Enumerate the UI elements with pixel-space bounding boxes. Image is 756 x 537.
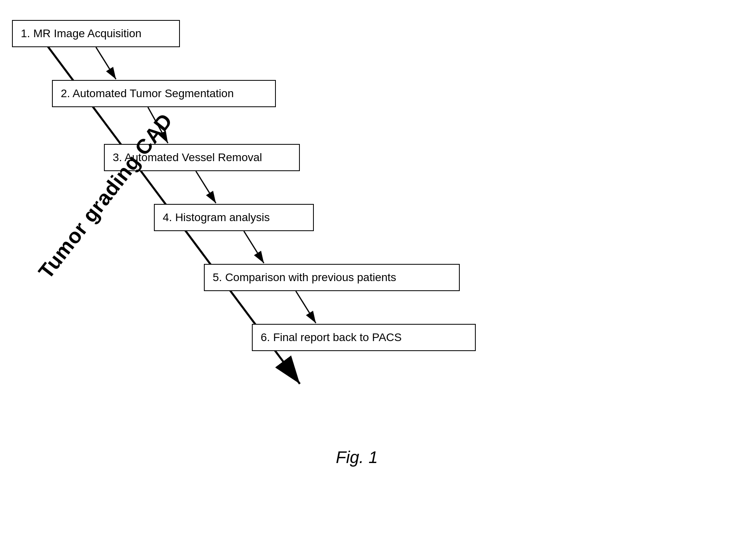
diagonal-label: Tumor grading CAD (34, 109, 177, 283)
step4-label: 4. Histogram analysis (163, 211, 270, 224)
step4-box: 4. Histogram analysis (154, 204, 314, 231)
step2-label: 2. Automated Tumor Segmentation (61, 87, 234, 100)
step5-box: 5. Comparison with previous patients (204, 264, 460, 291)
step1-label: 1. MR Image Acquisition (21, 27, 142, 40)
svg-line-7 (296, 291, 316, 323)
svg-line-3 (96, 47, 116, 79)
step5-label: 5. Comparison with previous patients (213, 271, 396, 284)
step1-box: 1. MR Image Acquisition (12, 20, 180, 47)
fig-caption: Fig. 1 (336, 448, 378, 467)
step6-box: 6. Final report back to PACS (252, 324, 476, 351)
step2-box: 2. Automated Tumor Segmentation (52, 80, 276, 107)
svg-line-6 (244, 231, 264, 263)
step6-label: 6. Final report back to PACS (261, 331, 402, 344)
svg-line-5 (196, 171, 216, 203)
diagram-container: 1. MR Image Acquisition 2. Automated Tum… (0, 0, 756, 537)
